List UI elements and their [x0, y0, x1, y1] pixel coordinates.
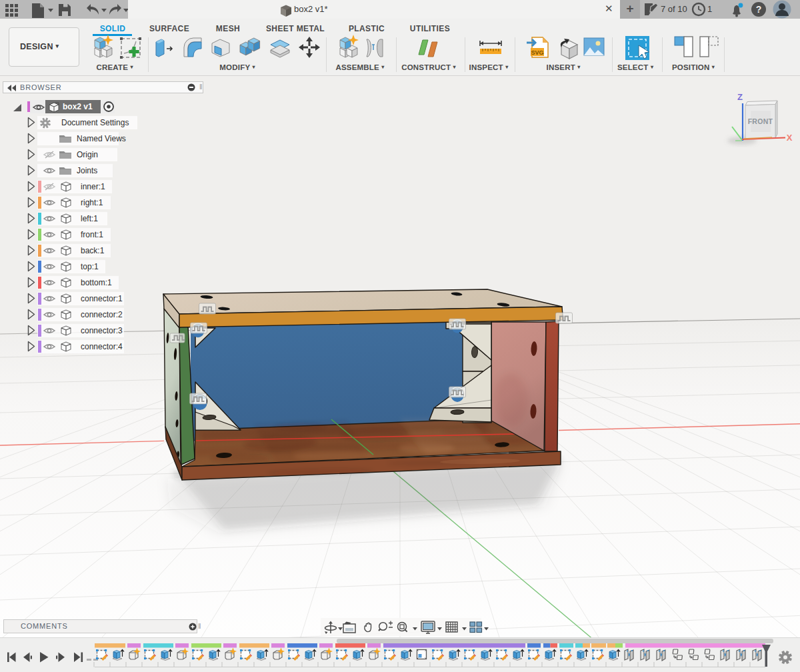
svg-text:X: X: [787, 133, 793, 143]
svg-text:Z: Z: [737, 92, 743, 102]
svg-text:?: ?: [756, 4, 762, 15]
svg-text:SVG: SVG: [531, 49, 543, 56]
svg-text:FRONT: FRONT: [748, 117, 773, 125]
